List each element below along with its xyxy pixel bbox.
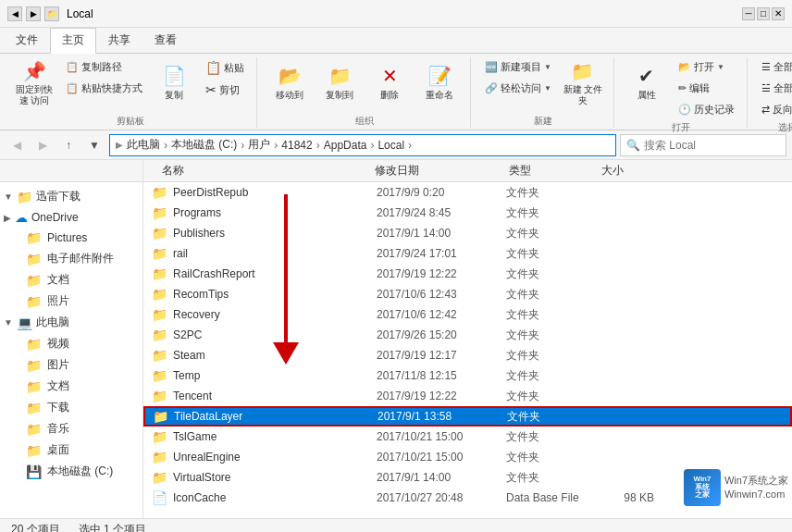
table-row[interactable]: 📁rail2017/9/24 17:01文件夹 (143, 243, 792, 264)
recent-btn[interactable]: ▼ (83, 134, 105, 156)
folder-icon: 📁 (152, 287, 167, 302)
search-input[interactable] (644, 139, 783, 152)
item-count: 20 个项目 (11, 522, 60, 532)
search-box[interactable]: 🔍 (620, 134, 786, 156)
title-forward-icon[interactable]: ▶ (26, 6, 41, 21)
title-back-icon[interactable]: ◀ (7, 6, 22, 21)
copy-btn[interactable]: 📄 复制 (151, 57, 197, 109)
table-row[interactable]: 📁Steam2017/9/19 12:17文件夹 (143, 345, 792, 365)
select-none-btn[interactable]: ☱ 全部取消 (757, 79, 792, 98)
onedrive-icon: ☁ (15, 210, 28, 225)
ribbon-group-organize-content: 📂 移动到 📁 复制到 ✕ 删除 📝 重命名 (266, 57, 463, 113)
folder-icon: 📁 (152, 328, 167, 342)
table-row[interactable]: 📁UnrealEngine2017/10/21 15:00文件夹 (143, 447, 792, 467)
sidebar-item-photos[interactable]: 📁 照片 (0, 291, 142, 312)
forward-btn[interactable]: ▶ (31, 134, 54, 156)
new-item-btn[interactable]: 🆕 新建项目 ▼ (480, 57, 556, 77)
sidebar-item-images[interactable]: 📁 图片 (0, 354, 142, 376)
maximize-btn[interactable]: □ (757, 7, 770, 20)
sidebar-item-email-attach[interactable]: 📁 电子邮件附件 (0, 248, 142, 269)
content-area: ▼ 📁 迅雷下载 ▶ ☁ OneDrive 📁 Pictures 📁 电子邮件附… (0, 182, 792, 518)
pictures-folder-icon: 📁 (26, 230, 42, 245)
file-date: 2017/9/24 8:45 (377, 206, 506, 219)
table-row[interactable]: 📁Recovery2017/10/6 12:42文件夹 (143, 304, 792, 325)
table-row[interactable]: 📁RailCrashReport2017/9/19 12:22文件夹 (143, 264, 792, 284)
minimize-btn[interactable]: ─ (742, 7, 755, 20)
file-list: 📁PeerDistRepub2017/9/9 0:20文件夹📁Programs2… (143, 182, 792, 518)
table-row[interactable]: 📁Temp2017/11/8 12:15文件夹 (143, 365, 792, 386)
edit-btn[interactable]: ✏ 编辑 (674, 79, 739, 98)
table-row[interactable]: 📁PeerDistRepub2017/9/9 0:20文件夹 (143, 182, 792, 203)
file-name: rail (173, 247, 377, 260)
tab-share[interactable]: 共享 (96, 28, 142, 53)
address-path[interactable]: ▶ 此电脑 › 本地磁盘 (C:) › 用户 › 41842 › AppData… (109, 134, 616, 156)
images-folder-icon: 📁 (26, 358, 42, 373)
delete-btn[interactable]: ✕ 删除 (366, 57, 413, 109)
tab-home[interactable]: 主页 (50, 28, 96, 54)
sidebar-item-docs[interactable]: 📁 文档 (0, 376, 142, 397)
back-btn[interactable]: ◀ (6, 134, 28, 156)
file-date: 2017/9/1 14:00 (377, 471, 506, 484)
rename-btn[interactable]: 📝 重命名 (416, 57, 463, 109)
video-folder-icon: 📁 (26, 337, 42, 352)
invert-selection-btn[interactable]: ⇄ 反向选择 (757, 100, 792, 119)
path-appdata[interactable]: AppData (324, 139, 367, 152)
table-row[interactable]: 📁Publishers2017/9/1 14:00文件夹 (143, 223, 792, 243)
cut-btn[interactable]: ✂ 剪切 (201, 80, 249, 100)
col-header-type[interactable]: 类型 (501, 163, 594, 179)
sidebar-item-drive-c[interactable]: 💾 本地磁盘 (C:) (0, 461, 142, 482)
move-to-btn[interactable]: 📂 移动到 (266, 57, 313, 109)
file-date: 2017/10/6 12:42 (377, 308, 506, 321)
col-header-size[interactable]: 大小 (594, 163, 668, 179)
table-row[interactable]: 📁TileDataLayer2017/9/1 13:58文件夹 (143, 406, 792, 427)
sidebar-label-photos: 照片 (47, 293, 69, 309)
path-pc[interactable]: 此电脑 (127, 137, 160, 153)
paste-btn[interactable]: 📋 粘贴 (201, 57, 249, 78)
col-header-name[interactable]: 名称 (155, 163, 367, 179)
sidebar-item-docs-od[interactable]: 📁 文档 (0, 269, 142, 291)
file-name: RecomTips (173, 288, 377, 301)
sidebar-item-pictures[interactable]: 📁 Pictures (0, 228, 142, 248)
sidebar-label-docs-od: 文档 (47, 272, 69, 288)
sidebar-item-onedrive[interactable]: ▶ ☁ OneDrive (0, 207, 142, 228)
pin-to-quickaccess-btn[interactable]: 📌 固定到快速 访问 (11, 57, 57, 109)
easy-access-btn[interactable]: 🔗 轻松访问 ▼ (480, 79, 556, 98)
table-row[interactable]: 📁TslGame2017/10/21 15:00文件夹 (143, 427, 792, 447)
sidebar-item-downloads[interactable]: 📁 下载 (0, 397, 142, 418)
table-row[interactable]: 📁Programs2017/9/24 8:45文件夹 (143, 203, 792, 223)
path-users[interactable]: 用户 (248, 137, 270, 153)
file-name: S2PC (173, 328, 377, 341)
sidebar-label-docs: 文档 (47, 378, 69, 394)
col-header-date[interactable]: 修改日期 (367, 163, 501, 179)
watermark-logo: Win7系统之家 (684, 469, 721, 506)
copy-path-btn[interactable]: 📋 复制路径 (61, 57, 147, 77)
sidebar-label-music: 音乐 (47, 421, 69, 437)
path-local[interactable]: Local (377, 139, 404, 152)
select-all-btn[interactable]: ☰ 全部选择 (757, 57, 792, 77)
copy-to-btn[interactable]: 📁 复制到 (316, 57, 363, 109)
sidebar-item-music[interactable]: 📁 音乐 (0, 418, 142, 439)
sidebar-item-thispc[interactable]: ▼ 💻 此电脑 (0, 312, 142, 333)
properties-btn[interactable]: ✔ 属性 (624, 57, 670, 109)
sidebar-item-thunder[interactable]: ▼ 📁 迅雷下载 (0, 186, 142, 207)
file-name: Publishers (173, 227, 377, 240)
tab-view[interactable]: 查看 (142, 28, 189, 53)
file-date: 2017/9/19 12:22 (377, 267, 506, 280)
up-btn[interactable]: ↑ (57, 134, 80, 156)
table-row[interactable]: 📁Tencent2017/9/19 12:22文件夹 (143, 386, 792, 406)
new-folder-btn[interactable]: 📁 新建 文件夹 (560, 57, 606, 109)
open-btn[interactable]: 📂 打开 ▼ (674, 57, 739, 77)
table-row[interactable]: 📁S2PC2017/9/26 15:20文件夹 (143, 325, 792, 345)
ribbon: 文件 主页 共享 查看 📌 固定到快速 访问 📋 复制路径 (0, 28, 792, 130)
history-btn[interactable]: 🕐 历史记录 (674, 100, 739, 119)
sidebar-item-desktop[interactable]: 📁 桌面 (0, 439, 142, 461)
paste-shortcut-btn[interactable]: 📋 粘贴快捷方式 (61, 79, 147, 98)
path-user[interactable]: 41842 (281, 139, 312, 152)
sidebar-label-images: 图片 (47, 357, 69, 373)
file-date: 2017/10/6 12:43 (377, 288, 506, 301)
close-btn[interactable]: ✕ (772, 7, 785, 20)
sidebar-item-video[interactable]: 📁 视频 (0, 333, 142, 354)
tab-file[interactable]: 文件 (4, 28, 50, 53)
path-drive[interactable]: 本地磁盘 (C:) (171, 137, 237, 153)
table-row[interactable]: 📁RecomTips2017/10/6 12:43文件夹 (143, 284, 792, 304)
